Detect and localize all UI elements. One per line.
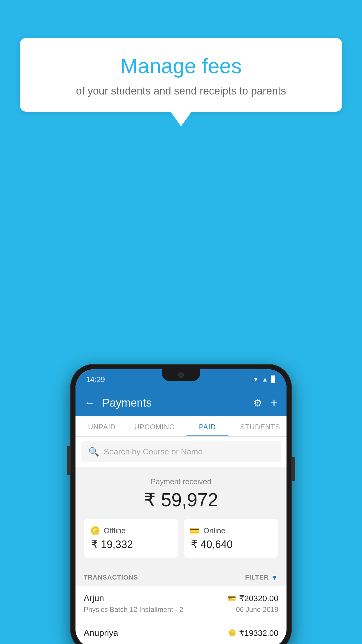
status-icons: ▼ ▲ ▊ [252, 376, 276, 383]
payment-cards: 🪙 Offline ₹ 19,332 💳 Online ₹ 40,640 [84, 519, 278, 558]
speech-bubble-wrapper: Manage fees of your students and send re… [20, 38, 342, 126]
search-bar[interactable]: 🔍 Search by Course or Name [81, 441, 281, 462]
transaction-row-top: Anupriya 🪙 ₹19332.00 [84, 628, 278, 638]
phone-wrapper: 14:29 ▼ ▲ ▊ ← Payments ⚙ + [70, 364, 292, 644]
filter-button[interactable]: FILTER ▼ [245, 573, 278, 582]
transaction-name: Anupriya [84, 628, 118, 638]
offline-card: 🪙 Offline ₹ 19,332 [84, 519, 178, 558]
tab-paid[interactable]: PAID [181, 416, 234, 436]
tabs-bar: UNPAID UPCOMING PAID STUDENTS [75, 416, 287, 437]
offline-icon: 🪙 [90, 526, 100, 536]
transaction-amount: ₹20320.00 [239, 594, 278, 603]
online-card: 💳 Online ₹ 40,640 [184, 519, 278, 558]
payment-received-label: Payment received [84, 477, 278, 486]
app-header: ← Payments ⚙ + [75, 390, 287, 416]
online-icon: 💳 [190, 526, 200, 536]
search-icon: 🔍 [88, 447, 99, 457]
tab-unpaid[interactable]: UNPAID [75, 416, 128, 436]
wifi-icon: ▼ [252, 376, 259, 383]
back-button[interactable]: ← [84, 397, 95, 409]
transaction-date: 06 June 2019 [236, 606, 278, 614]
transaction-row-bottom: Physics Batch 12 Installment - 2 06 June… [84, 606, 278, 614]
online-amount: ₹ 40,640 [190, 538, 272, 551]
search-placeholder: Search by Course or Name [104, 447, 203, 456]
offline-amount: ₹ 19,332 [90, 538, 172, 551]
header-icons: ⚙ + [253, 396, 278, 410]
status-time: 14:29 [86, 375, 105, 384]
signal-icon: ▲ [262, 376, 268, 383]
payment-total-amount: ₹ 59,972 [84, 489, 278, 511]
search-container: 🔍 Search by Course or Name [75, 437, 287, 467]
speech-bubble-arrow [171, 112, 191, 126]
settings-icon[interactable]: ⚙ [253, 397, 262, 409]
payment-type-icon: 💳 [227, 594, 236, 602]
speech-bubble-subtitle: of your students and send receipts to pa… [37, 85, 325, 97]
speech-bubble-title: Manage fees [37, 54, 325, 78]
transactions-label: TRANSACTIONS [84, 574, 138, 581]
online-card-top: 💳 Online [190, 526, 272, 536]
speech-bubble: Manage fees of your students and send re… [20, 38, 342, 112]
phone-outer: 14:29 ▼ ▲ ▊ ← Payments ⚙ + [70, 364, 292, 644]
battery-icon: ▊ [271, 376, 276, 383]
transaction-amount-wrap: 🪙 ₹19332.00 [228, 628, 278, 638]
transaction-item[interactable]: Arjun 💳 ₹20320.00 Physics Batch 12 Insta… [75, 586, 287, 621]
status-bar: 14:29 ▼ ▲ ▊ [75, 369, 287, 390]
transaction-item[interactable]: Anupriya 🪙 ₹19332.00 [75, 621, 287, 644]
camera [178, 372, 184, 378]
tab-students[interactable]: STUDENTS [234, 416, 287, 436]
phone-screen: 14:29 ▼ ▲ ▊ ← Payments ⚙ + [75, 369, 287, 644]
payment-type-icon: 🪙 [228, 629, 236, 637]
offline-label: Offline [104, 526, 126, 535]
filter-text: FILTER [245, 574, 269, 581]
transactions-header: TRANSACTIONS FILTER ▼ [75, 566, 287, 586]
online-label: Online [203, 526, 225, 535]
offline-card-top: 🪙 Offline [90, 526, 172, 536]
notch [162, 369, 200, 381]
transaction-amount-wrap: 💳 ₹20320.00 [227, 594, 278, 603]
add-icon[interactable]: + [270, 396, 278, 410]
filter-icon: ▼ [271, 573, 278, 582]
transaction-course: Physics Batch 12 Installment - 2 [84, 606, 183, 614]
transaction-list: Arjun 💳 ₹20320.00 Physics Batch 12 Insta… [75, 586, 287, 644]
transaction-row-top: Arjun 💳 ₹20320.00 [84, 593, 278, 603]
transaction-amount: ₹19332.00 [239, 628, 278, 638]
header-title: Payments [102, 397, 246, 409]
tab-upcoming[interactable]: UPCOMING [128, 416, 181, 436]
payment-summary: Payment received ₹ 59,972 🪙 Offline ₹ 19… [75, 467, 287, 566]
transaction-name: Arjun [84, 593, 104, 603]
